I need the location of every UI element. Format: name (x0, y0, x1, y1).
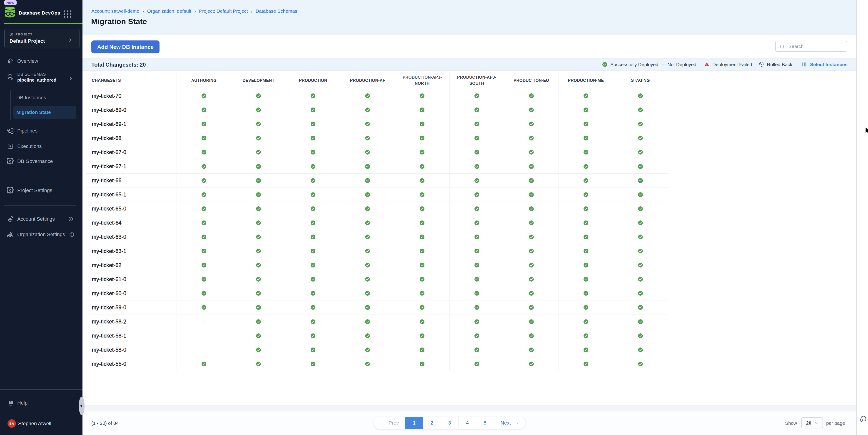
svg-text:?: ? (10, 401, 11, 404)
